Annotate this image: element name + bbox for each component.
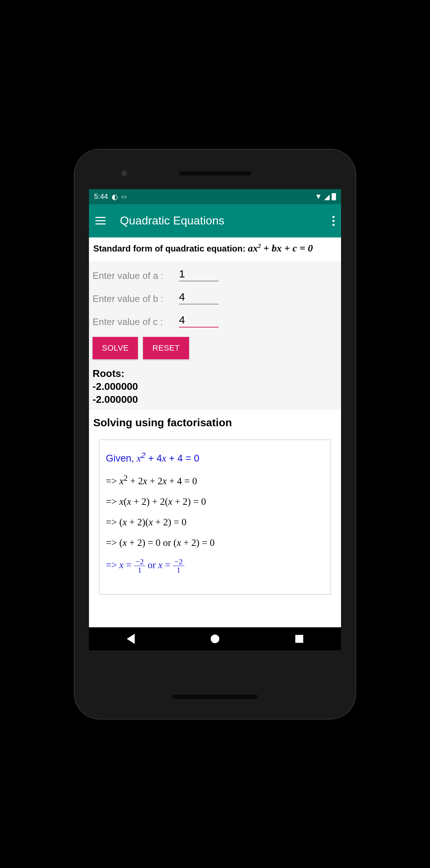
camera-dot (121, 170, 127, 176)
input-b[interactable] (179, 291, 219, 304)
roots-output: Roots: -2.000000 -2.000000 (93, 367, 337, 406)
wifi-icon: ▼ (315, 192, 322, 201)
reset-button[interactable]: RESET (143, 337, 189, 359)
sol-step-1: => x2 + 2x + 2x + 4 = 0 (106, 473, 324, 487)
recent-button[interactable] (295, 635, 303, 643)
more-icon[interactable] (332, 216, 335, 226)
phone-frame: 5:44 ◐ ▭ ▼ ◢ Quadratic Equations Standar… (75, 150, 355, 719)
status-bar: 5:44 ◐ ▭ ▼ ◢ (89, 189, 341, 204)
label-a: Enter value of a : (93, 270, 179, 281)
method-title: Solving using factorisation (93, 417, 337, 429)
sol-step-4: => (x + 2) = 0 or (x + 2) = 0 (106, 537, 324, 548)
solve-button[interactable]: SOLVE (93, 337, 138, 359)
app-bar: Quadratic Equations (89, 204, 341, 237)
main-content: Standard form of quadratic equation: ax2… (89, 237, 341, 600)
status-time: 5:44 (94, 192, 108, 201)
sol-step-3: => (x + 2)(x + 2) = 0 (106, 517, 324, 528)
sol-step-5: => x = −21 or x = −21 (106, 558, 324, 574)
root-1: -2.000000 (93, 380, 337, 393)
label-c: Enter value of c : (93, 316, 179, 328)
sol-step-2: => x(x + 2) + 2(x + 2) = 0 (106, 496, 324, 507)
input-a[interactable] (179, 268, 219, 281)
top-speaker (179, 171, 251, 175)
bottom-speaker (172, 695, 258, 699)
sol-given: Given, x2 + 4x + 4 = 0 (106, 451, 324, 464)
back-button[interactable] (127, 634, 135, 644)
inputs-section: Enter value of a : Enter value of b : En… (89, 261, 341, 410)
roots-title: Roots: (93, 367, 337, 380)
input-c[interactable] (179, 314, 219, 328)
status-icon-1: ◐ (112, 192, 118, 201)
signal-icon: ◢ (324, 192, 330, 201)
navigation-bar (89, 627, 341, 650)
menu-icon[interactable] (95, 217, 106, 224)
screen: 5:44 ◐ ▭ ▼ ◢ Quadratic Equations Standar… (89, 189, 341, 650)
solution-box: Given, x2 + 4x + 4 = 0 => x2 + 2x + 2x +… (99, 440, 331, 595)
battery-icon (332, 193, 336, 200)
root-2: -2.000000 (93, 393, 337, 406)
home-button[interactable] (211, 635, 219, 643)
status-icon-2: ▭ (121, 193, 127, 200)
standard-form-label: Standard form of quadratic equation: ax2… (93, 242, 337, 254)
label-b: Enter value of b : (93, 293, 179, 304)
app-title: Quadratic Equations (120, 214, 332, 227)
